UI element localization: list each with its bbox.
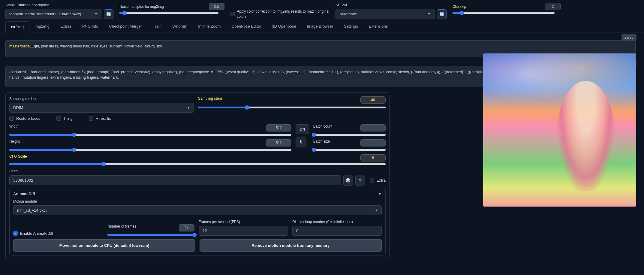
checkpoint-value: toonyou_beta6.safetensors [e8d456c42e]: [9, 12, 81, 16]
batch-size-label: Batch size: [313, 139, 330, 147]
sampling-steps-value[interactable]: 40: [360, 96, 386, 104]
clip-skip-label: Clip skip: [453, 5, 466, 9]
vae-select[interactable]: Automatic ▼: [336, 9, 435, 19]
tiling-checkbox[interactable]: [56, 116, 61, 121]
noise-label: Noise multiplier for img2img: [119, 5, 164, 9]
sampling-method-value: DDIM: [13, 105, 23, 110]
tab-extensions[interactable]: Extensions: [363, 21, 393, 32]
width-value[interactable]: 512: [266, 124, 291, 131]
tab-image-browser[interactable]: Image Browser: [302, 21, 339, 32]
color-correction-checkbox[interactable]: [230, 12, 235, 16]
hires-fix-checkbox[interactable]: [89, 116, 93, 121]
hires-fix-row[interactable]: Hires. fix: [89, 116, 111, 121]
enable-animatediff-label: Enable AnimateDiff: [20, 231, 53, 236]
move-to-cpu-button[interactable]: Move motion module to CPU (default if lo…: [13, 239, 195, 252]
batch-count-slider[interactable]: [313, 134, 386, 136]
extra-seed-label: Extra: [377, 178, 386, 183]
tab-settings[interactable]: Settings: [339, 21, 363, 32]
tab-extras[interactable]: Extras: [55, 21, 77, 32]
motion-module-select[interactable]: mm_sd_v14.ckpt ▼: [13, 205, 382, 215]
width-label: Width: [9, 124, 19, 131]
noise-value[interactable]: 0,5: [209, 3, 224, 10]
color-correction-label: Apply color correction to img2img result…: [237, 9, 330, 19]
sampling-steps-label: Sampling steps: [198, 96, 223, 104]
extra-seed-checkbox[interactable]: [370, 178, 374, 183]
frames-label: Number of frames: [107, 224, 136, 231]
clip-skip-slider[interactable]: [453, 12, 555, 14]
tab-infinite-zoom[interactable]: Infinite Zoom: [193, 21, 226, 32]
tab-png-info[interactable]: PNG Info: [77, 21, 104, 32]
batch-size-slider[interactable]: [313, 149, 386, 151]
tab-train[interactable]: Train: [147, 21, 167, 32]
output-preview[interactable]: [483, 53, 636, 207]
cfg-value[interactable]: 8: [360, 154, 386, 162]
tab-openpose-editor[interactable]: OpenPose Editor: [226, 21, 266, 32]
width-slider[interactable]: [9, 134, 291, 136]
enable-animatediff-checkbox[interactable]: ✓: [13, 231, 18, 236]
cfg-slider[interactable]: [9, 163, 386, 165]
motion-module-value: mm_sd_v14.ckpt: [17, 208, 47, 213]
fps-input[interactable]: [199, 226, 288, 236]
frames-value[interactable]: 24: [179, 224, 194, 231]
prompt-highlight: masterpiece,: [9, 44, 31, 48]
refresh-vae-button[interactable]: 🔄: [437, 9, 447, 19]
tab-txt2img[interactable]: txt2img: [5, 21, 29, 32]
sampling-method-label: Sampling method: [9, 97, 37, 101]
sampling-method-select[interactable]: DDIM ▼: [9, 103, 194, 113]
chevron-down-icon: ▼: [428, 12, 431, 16]
tab-img2img[interactable]: img2img: [29, 21, 55, 32]
seed-input[interactable]: [9, 175, 341, 185]
swap-dimensions-button[interactable]: ⇅: [296, 137, 306, 147]
batch-count-label: Batch count: [313, 124, 332, 131]
animatediff-title: AnimateDiff: [13, 192, 35, 196]
chevron-down-icon: ▼: [95, 12, 98, 16]
cfg-label: CFG Scale: [9, 154, 27, 162]
tab-checkpoint-merger[interactable]: Checkpoint Merger: [104, 21, 147, 32]
motion-module-label: Motion module: [13, 199, 37, 204]
animatediff-panel: AnimateDiff ▼ Motion module mm_sd_v14.ck…: [9, 188, 386, 255]
restore-faces-row[interactable]: Restore faces: [9, 116, 40, 121]
seed-label: Seed: [9, 169, 18, 173]
loop-input[interactable]: [292, 226, 382, 236]
tab-deforum[interactable]: Deforum: [167, 21, 193, 32]
main-tabs: txt2imgimg2imgExtrasPNG InfoCheckpoint M…: [0, 21, 644, 32]
height-label: Height: [9, 139, 20, 147]
height-value[interactable]: 512: [266, 139, 291, 147]
chevron-down-icon: ▼: [375, 209, 378, 212]
loop-label: Display loop number (0 = infinite loop): [292, 220, 353, 224]
restore-faces-label: Restore faces: [16, 116, 40, 121]
remove-motion-button[interactable]: Remove motion module from any memory: [200, 239, 382, 252]
refresh-checkpoint-button[interactable]: 🔄: [104, 9, 113, 19]
height-slider[interactable]: [9, 149, 291, 151]
clip-skip-value[interactable]: 2: [545, 3, 561, 10]
restore-faces-checkbox[interactable]: [9, 116, 14, 121]
reuse-seed-button[interactable]: ♻: [355, 175, 365, 186]
vae-value: Automatic: [339, 12, 357, 16]
animatediff-header[interactable]: AnimateDiff ▼: [13, 192, 382, 196]
prompt-counter: 23/75: [621, 34, 636, 41]
chevron-down-icon: ▼: [187, 106, 190, 109]
vae-label: SD VAE: [336, 3, 447, 7]
random-seed-button[interactable]: 🎲: [343, 175, 353, 186]
frames-slider[interactable]: [107, 234, 194, 236]
off-button[interactable]: Off: [296, 124, 309, 134]
checkpoint-select[interactable]: toonyou_beta6.safetensors [e8d456c42e] ▼: [5, 9, 101, 19]
fps-label: Frames per second (FPS): [199, 220, 240, 224]
batch-size-value[interactable]: 1: [360, 139, 386, 147]
tiling-row[interactable]: Tiling: [56, 116, 73, 121]
tab-3d-openpose[interactable]: 3D Openpose: [266, 21, 301, 32]
prompt-text: 1girl, pink dress, waving blond hair, bl…: [31, 44, 163, 48]
triangle-down-icon: ▼: [378, 192, 382, 196]
noise-slider[interactable]: [119, 12, 218, 14]
batch-count-value[interactable]: 1: [360, 124, 386, 131]
hires-fix-label: Hires. fix: [96, 116, 111, 121]
checkpoint-label: Stable Diffusion checkpoint: [5, 3, 113, 7]
sampling-steps-slider[interactable]: [198, 107, 386, 108]
tiling-label: Tiling: [63, 116, 73, 121]
